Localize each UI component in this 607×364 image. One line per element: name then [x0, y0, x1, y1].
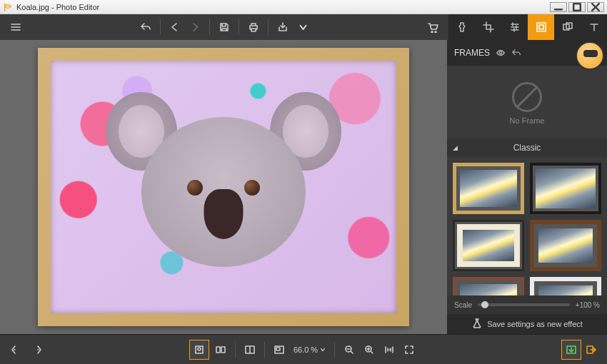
- zoom-actual-button[interactable]: [379, 340, 399, 360]
- scale-row: Scale +100 %: [447, 295, 607, 314]
- svg-rect-2: [539, 25, 543, 29]
- close-editor-button[interactable]: [581, 340, 601, 360]
- visibility-icon[interactable]: [496, 48, 506, 58]
- minimize-button[interactable]: [550, 2, 567, 12]
- zoom-in-button[interactable]: [359, 340, 379, 360]
- separator: [235, 342, 236, 358]
- separator: [334, 342, 335, 358]
- split-view-button[interactable]: [240, 340, 260, 360]
- no-frame-label: No Frame: [510, 116, 545, 125]
- window-title: Koala.jpg - Photo Editor: [16, 3, 550, 11]
- right-tool-tabs: [448, 14, 607, 40]
- save-button[interactable]: [214, 17, 234, 37]
- app-icon: [3, 2, 13, 12]
- back-button[interactable]: [165, 17, 185, 37]
- no-frame-option[interactable]: No Frame: [453, 71, 601, 136]
- frames-panel: FRAMES No Frame ◢ Classic Scale: [447, 40, 607, 334]
- separator: [264, 342, 265, 358]
- compare-view-button[interactable]: [211, 340, 231, 360]
- navigator-button[interactable]: [269, 340, 289, 360]
- svg-rect-9: [221, 347, 225, 353]
- print-button[interactable]: [244, 17, 264, 37]
- image-preview: [51, 61, 396, 313]
- single-view-button[interactable]: [189, 340, 209, 360]
- zoom-fit-button[interactable]: [399, 340, 419, 360]
- panel-title: FRAMES: [454, 48, 490, 58]
- tab-adjust[interactable]: [501, 14, 528, 40]
- window-controls: [550, 2, 604, 12]
- svg-rect-0: [573, 4, 581, 11]
- tab-crop[interactable]: [475, 14, 501, 40]
- save-effect-label: Save settings as new effect: [487, 320, 583, 328]
- tab-overlay[interactable]: [554, 14, 581, 40]
- menu-button[interactable]: [6, 17, 26, 37]
- apply-button[interactable]: [561, 340, 581, 360]
- next-image-button[interactable]: [27, 340, 47, 360]
- category-header-classic[interactable]: ◢ Classic: [447, 138, 607, 157]
- bottom-toolbar: 66.0 %: [0, 334, 607, 364]
- export-button[interactable]: [273, 17, 293, 37]
- svg-point-7: [198, 348, 201, 350]
- applied-frame: [38, 48, 409, 326]
- frame-thumb-brown[interactable]: [530, 220, 601, 271]
- undo-button[interactable]: [136, 17, 156, 37]
- separator: [160, 19, 161, 35]
- svg-point-5: [499, 51, 502, 54]
- frames-grid: [453, 160, 601, 295]
- tab-frames[interactable]: [528, 14, 554, 40]
- frame-thumb-white[interactable]: [530, 277, 601, 295]
- svg-rect-12: [276, 348, 280, 350]
- zoom-value: 66.0 %: [294, 345, 318, 354]
- no-frame-icon: [512, 82, 542, 112]
- frames-scroll[interactable]: No Frame ◢ Classic: [447, 66, 607, 295]
- separator: [209, 19, 210, 35]
- scale-slider[interactable]: [478, 303, 570, 306]
- zoom-readout[interactable]: 66.0 %: [289, 345, 330, 354]
- scale-value: +100 %: [576, 301, 600, 309]
- collapse-icon: ◢: [453, 144, 458, 151]
- save-as-effect-button[interactable]: Save settings as new effect: [447, 314, 607, 334]
- frame-thumb-wood[interactable]: [453, 163, 524, 214]
- zoom-out-button[interactable]: [339, 340, 359, 360]
- titlebar: Koala.jpg - Photo Editor: [0, 0, 607, 14]
- frame-thumb-black[interactable]: [530, 163, 601, 214]
- export-dropdown[interactable]: [293, 17, 313, 37]
- main-area: FRAMES No Frame ◢ Classic Scale: [0, 40, 607, 334]
- tab-effects[interactable]: [448, 14, 475, 40]
- svg-rect-1: [537, 23, 546, 31]
- forward-button[interactable]: [185, 17, 205, 37]
- maximize-button[interactable]: [568, 2, 586, 12]
- mascot-icon: [576, 41, 604, 70]
- separator: [268, 19, 269, 35]
- close-button[interactable]: [587, 2, 604, 12]
- reset-icon[interactable]: [511, 48, 521, 58]
- cart-button[interactable]: [423, 17, 443, 37]
- scale-label: Scale: [454, 301, 472, 309]
- frame-thumb-ornate[interactable]: [453, 277, 524, 295]
- tab-text[interactable]: [581, 14, 607, 40]
- category-label: Classic: [513, 143, 541, 153]
- canvas-area[interactable]: [0, 40, 447, 334]
- prev-image-button[interactable]: [6, 340, 26, 360]
- frame-thumb-matte[interactable]: [453, 220, 524, 271]
- flask-icon: [471, 318, 483, 330]
- svg-rect-8: [216, 347, 220, 353]
- separator: [239, 19, 239, 35]
- main-toolbar: [0, 14, 448, 40]
